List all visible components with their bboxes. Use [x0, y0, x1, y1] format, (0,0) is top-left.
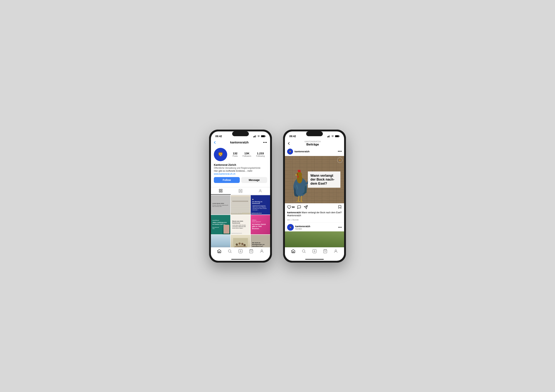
svg-rect-57	[339, 136, 340, 136]
svg-point-44	[236, 243, 238, 246]
svg-rect-36	[242, 201, 243, 202]
post-nav-top: KANTONSRATZH Beiträge	[288, 141, 341, 146]
share-button[interactable]	[304, 205, 308, 209]
nav-bar: kantonsratzh •••	[211, 140, 270, 146]
status-time-2: 09:42	[289, 135, 296, 138]
svg-rect-31	[237, 201, 238, 202]
post-nav-title-group: KANTONSRATZH Beiträge	[290, 141, 336, 146]
tab-grid[interactable]	[211, 187, 231, 195]
home-indicator-2	[285, 257, 344, 261]
grid-item-7[interactable]: #ZHistory	[211, 235, 230, 247]
next-post-location: Gonten	[295, 228, 310, 230]
svg-text:🦁: 🦁	[290, 226, 292, 228]
svg-point-52	[261, 250, 263, 251]
posts-label: Posts	[233, 155, 238, 157]
svg-point-66	[297, 172, 302, 178]
tab-tagged[interactable]	[250, 187, 270, 195]
post-header: 🦁 kantonsratzh •••	[285, 147, 344, 156]
bottom-tab-bar-2	[285, 247, 344, 257]
profile-top: 🦁 132 Posts 13K Followers	[214, 148, 267, 161]
grid-item-4[interactable]: #platZHirsch «Mein Lieblingsplatz im Kan…	[211, 215, 230, 234]
grid-item-6[interactable]: #ZHfacts Schon gewusst? Im Kanton Zürich…	[251, 215, 270, 234]
tab-reels[interactable]	[231, 187, 250, 195]
svg-rect-29	[234, 201, 235, 202]
grid-item-5[interactable]: Neues aus dem Kantonsrat Lorem ipsum dol…	[231, 215, 250, 234]
post-nav-subtitle: KANTONSRATZH	[290, 141, 336, 143]
svg-rect-20	[231, 197, 250, 213]
svg-rect-77	[293, 251, 294, 253]
signal-icon	[253, 135, 256, 137]
wifi-icon	[257, 135, 260, 137]
back-button[interactable]	[214, 141, 216, 144]
svg-rect-27	[233, 201, 233, 202]
followers-count: 13K	[242, 152, 251, 155]
svg-rect-1	[254, 136, 255, 137]
svg-rect-10	[221, 189, 222, 190]
battery-icon	[261, 135, 266, 137]
back-button-2[interactable]	[288, 142, 290, 145]
tab-add-2[interactable]	[312, 249, 317, 254]
action-buttons: Follow Message	[214, 177, 267, 183]
svg-rect-5	[265, 136, 266, 136]
tab-add[interactable]	[238, 249, 243, 254]
svg-text:🦁: 🦁	[289, 150, 291, 152]
like-button[interactable]: 68	[287, 205, 294, 209]
post-image: 🦁 Wann verlangt der Bock nach-dem Esel?	[285, 156, 344, 203]
post-username: kantonsratzh	[294, 150, 309, 153]
svg-rect-32	[238, 201, 239, 202]
post-avatar: 🦁	[287, 149, 293, 155]
svg-rect-33	[239, 201, 240, 202]
next-post-menu[interactable]: •••	[338, 226, 342, 229]
profile-content: 🦁 132 Posts 13K Followers	[211, 146, 270, 247]
status-icons-2	[327, 135, 340, 137]
save-button[interactable]	[338, 205, 342, 210]
profile-link[interactable]: www.kantonsrat.zh.ch	[214, 173, 267, 175]
follow-button[interactable]: Follow	[214, 177, 240, 183]
grid-item-3[interactable]: 📋 Am Montag im Kantonsrat • Selbstbestim…	[251, 195, 270, 214]
svg-point-16	[241, 190, 242, 190]
content-tabs	[211, 187, 270, 195]
profile-name: Kantonsrat Zürich	[214, 163, 267, 166]
grid-label-2: kantonsrat.zh.ch	[231, 213, 242, 214]
svg-rect-53	[327, 136, 328, 137]
tab-profile[interactable]	[260, 249, 264, 254]
tab-shop[interactable]	[249, 249, 254, 254]
svg-rect-34	[240, 201, 241, 202]
svg-rect-35	[241, 201, 242, 202]
tab-home[interactable]	[217, 249, 221, 254]
stat-followers: 13K Followers	[242, 152, 251, 157]
caption-username: kantonsratzh	[287, 211, 301, 214]
post-menu[interactable]: •••	[338, 150, 342, 153]
grid-item-2[interactable]: kantonsrat.zh.ch	[231, 195, 250, 214]
svg-rect-2	[255, 135, 256, 137]
tab-profile-2[interactable]	[334, 249, 338, 254]
message-button[interactable]: Message	[241, 177, 267, 183]
post-overlay-text: Wann verlangt der Bock nach-dem Esel?	[310, 174, 335, 185]
tab-shop-2[interactable]	[323, 249, 328, 254]
svg-rect-37	[243, 201, 244, 202]
next-post-image	[285, 231, 344, 247]
followers-label: Followers	[242, 155, 251, 157]
svg-rect-12	[221, 191, 222, 192]
svg-rect-30	[236, 201, 236, 202]
grid-item-9[interactable]: Wer läuft am Montagmorgen zur Höchstform…	[251, 235, 270, 247]
tab-search[interactable]	[227, 249, 232, 254]
stat-posts: 132 Posts	[233, 152, 238, 157]
following-count: 1.233	[256, 152, 264, 155]
post-nav-title: Beiträge	[290, 143, 336, 146]
tab-search-2[interactable]	[301, 249, 306, 254]
grid-label-3: kantonsrat.zh.ch	[251, 213, 262, 214]
post-actions-left: 68	[287, 205, 308, 209]
grid-item-1[interactable]: Lorem ipsum dolor Sit amet, consectetur …	[211, 195, 230, 214]
stat-following: 1.233 Following	[256, 152, 264, 157]
comment-button[interactable]	[297, 205, 301, 209]
tab-home-2[interactable]	[291, 249, 295, 254]
svg-rect-3	[256, 135, 256, 137]
svg-point-19	[260, 189, 261, 191]
grid-item-8[interactable]: kantonsrat.zh.ch	[231, 235, 250, 247]
svg-point-15	[239, 190, 240, 190]
home-indicator	[211, 257, 270, 261]
svg-point-49	[228, 250, 231, 252]
svg-point-68	[297, 174, 298, 174]
nav-menu[interactable]: •••	[263, 141, 267, 144]
